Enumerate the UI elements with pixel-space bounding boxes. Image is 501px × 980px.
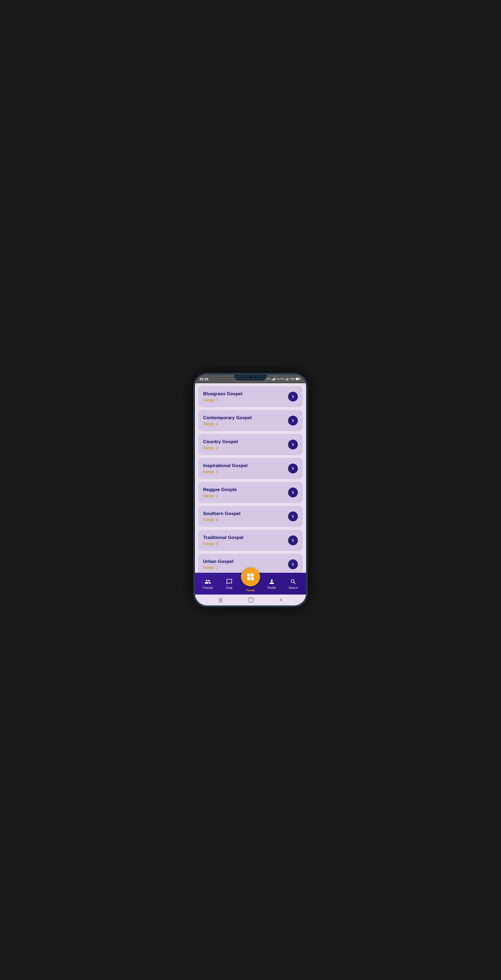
chat-label: Chat [226, 586, 232, 589]
genre-name: Country Gospel [203, 439, 238, 445]
genre-songs: Songs: 0 [203, 541, 243, 546]
genre-item[interactable]: Inspirational Gospel Songs: 1 [198, 458, 303, 479]
front-camera [249, 376, 252, 379]
feeds-label: Feeds [246, 589, 255, 592]
friends-icon [204, 578, 211, 585]
battery-percent: 74% [290, 377, 295, 380]
genre-info: Bluegrass Gospel Songs: 7 [203, 391, 243, 402]
chevron-right-icon [291, 394, 296, 399]
genre-name: Urban Gospel [203, 559, 233, 564]
friends-label: Friends [203, 586, 213, 589]
genre-arrow-button[interactable] [288, 416, 298, 425]
genre-songs: Songs: 1 [203, 469, 248, 474]
genre-name: Contemporary Gospel [203, 415, 252, 421]
search-label: Search [288, 586, 298, 589]
phone-frame: 10:16 VoLTE1 VoLTE2 [193, 373, 308, 607]
back-button[interactable]: < [279, 597, 282, 603]
lte2-label: VoLTE2 [276, 377, 285, 380]
svg-rect-7 [288, 378, 288, 380]
genre-arrow-button[interactable] [288, 512, 298, 521]
signal1-icon [272, 377, 275, 380]
genre-songs: Songs: 0 [203, 517, 240, 522]
genre-name: Reggae Gosple [203, 487, 237, 492]
feeds-icon [246, 573, 255, 581]
genre-info: Reggae Gosple Songs: 2 [203, 487, 237, 498]
nav-item-search[interactable]: Search [283, 578, 304, 589]
friends-svg [205, 579, 211, 585]
profile-label: Profile [268, 586, 276, 589]
nav-item-chat[interactable]: Chat [218, 578, 240, 589]
genre-songs: Songs: 2 [203, 445, 238, 450]
genre-item[interactable]: Southern Gospel Songs: 0 [198, 506, 303, 527]
genre-info: Southern Gospel Songs: 0 [203, 511, 240, 522]
svg-rect-4 [274, 377, 275, 380]
genre-info: Country Gospel Songs: 2 [203, 439, 238, 450]
svg-rect-1 [272, 379, 272, 380]
genre-item[interactable]: Country Gospel Songs: 2 [198, 434, 303, 455]
genre-arrow-button[interactable] [288, 559, 298, 569]
chat-icon [226, 578, 233, 585]
chevron-right-icon [291, 562, 296, 567]
chevron-right-icon [291, 490, 296, 495]
genre-arrow-button[interactable] [288, 440, 298, 449]
svg-rect-11 [300, 379, 300, 379]
genre-songs: Songs: 7 [203, 398, 243, 402]
chevron-right-icon [291, 418, 296, 423]
home-bar: ||| < [195, 595, 306, 605]
genre-info: Contemporary Gospel Songs: 4 [203, 415, 252, 426]
svg-rect-10 [296, 378, 299, 380]
nav-item-profile[interactable]: Profile [261, 578, 282, 589]
battery-icon [296, 377, 301, 380]
genre-name: Bluegrass Gospel [203, 391, 243, 397]
svg-rect-5 [286, 379, 286, 380]
svg-rect-8 [288, 377, 289, 380]
home-button[interactable] [248, 598, 253, 603]
feeds-fab[interactable] [241, 567, 260, 586]
genre-arrow-button[interactable] [288, 488, 298, 497]
search-icon [290, 578, 297, 585]
genre-arrow-button[interactable] [288, 535, 298, 545]
genre-item[interactable]: Contemporary Gospel Songs: 4 [198, 410, 303, 431]
chevron-right-icon [291, 538, 296, 543]
genre-songs: Songs: 4 [203, 422, 252, 426]
profile-svg [269, 579, 275, 585]
profile-icon [268, 578, 275, 585]
phone-screen: 10:16 VoLTE1 VoLTE2 [195, 375, 306, 605]
bottom-nav: Friends Chat Feeds [195, 573, 306, 595]
genre-name: Southern Gospel [203, 511, 240, 516]
svg-rect-2 [272, 379, 273, 380]
genre-info: Inspirational Gospel Songs: 1 [203, 463, 248, 474]
nav-item-friends[interactable]: Friends [197, 578, 218, 589]
chevron-right-icon [291, 514, 296, 519]
genre-info: Urban Gospel Songs: 2 [203, 559, 233, 570]
genre-arrow-button[interactable] [288, 392, 298, 401]
signal2-icon [285, 377, 289, 380]
status-time: 10:16 [199, 377, 208, 381]
chevron-right-icon [291, 466, 296, 471]
chat-svg [226, 579, 232, 585]
notch [234, 375, 267, 380]
genre-item[interactable]: Reggae Gosple Songs: 2 [198, 482, 303, 503]
svg-rect-6 [286, 379, 287, 380]
genre-item[interactable]: Bluegrass Gospel Songs: 7 [198, 386, 303, 407]
search-svg [290, 579, 296, 585]
genre-songs: Songs: 2 [203, 565, 233, 570]
genre-songs: Songs: 2 [203, 493, 237, 498]
genre-arrow-button[interactable] [288, 464, 298, 473]
genre-info: Traditional Gospel Songs: 0 [203, 535, 243, 546]
back-nav-icon[interactable]: ||| [219, 597, 223, 603]
genre-name: Traditional Gospel [203, 535, 243, 540]
chevron-right-icon [291, 442, 296, 447]
genre-item[interactable]: Traditional Gospel Songs: 0 [198, 530, 303, 551]
genre-name: Inspirational Gospel [203, 463, 248, 468]
svg-rect-3 [274, 378, 274, 380]
genre-list: Bluegrass Gospel Songs: 7 Contemporary G… [195, 383, 306, 573]
